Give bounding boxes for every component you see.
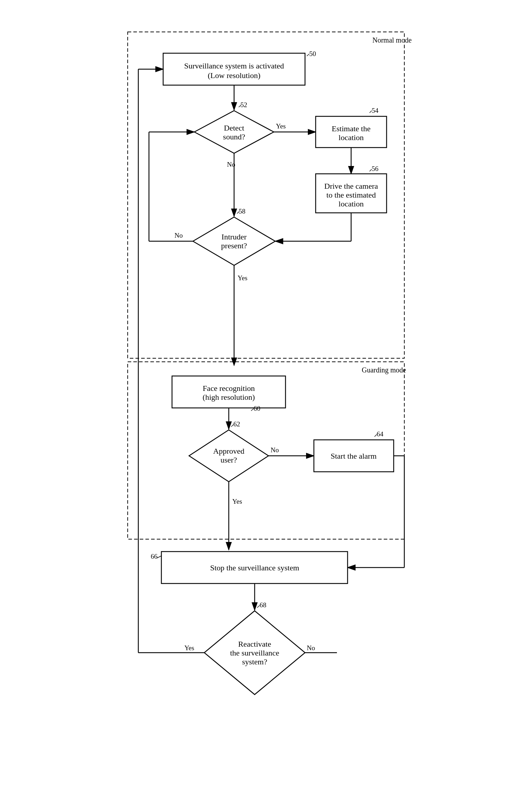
flowchart-container: Normal mode Guarding mode Surveillance s… — [106, 14, 426, 796]
ref-58: 58 — [239, 208, 245, 215]
ref-50: 50 — [309, 50, 316, 57]
yes-detect-label: Yes — [276, 122, 286, 130]
face-recognition-label1: Face recognition — [203, 384, 255, 393]
no-intruder-label: No — [174, 232, 183, 239]
yes-approved-label: Yes — [232, 498, 242, 505]
reactivate-label3: system? — [242, 657, 267, 666]
intruder-label1: Intruder — [222, 232, 247, 241]
svg-line-6 — [251, 409, 254, 411]
estimate-location-label2: location — [339, 133, 364, 142]
no-reactivate-label: No — [307, 644, 315, 652]
svg-line-1 — [307, 54, 309, 56]
drive-camera-label1: Drive the camera — [324, 182, 378, 190]
approved-label1: Approved — [213, 447, 244, 455]
detect-sound-label1: Detect — [224, 123, 244, 132]
approved-label2: user? — [221, 455, 237, 464]
start-alarm-label: Start the alarm — [331, 452, 377, 460]
ref-54: 54 — [372, 107, 379, 114]
no-approved-label: No — [271, 446, 279, 454]
ref-62: 62 — [233, 420, 240, 428]
yes-reactivate-label: Yes — [184, 644, 194, 652]
reactivate-label1: Reactivate — [238, 640, 271, 648]
no-detect-label: No — [227, 161, 235, 168]
ref-64: 64 — [377, 430, 384, 438]
ref-52: 52 — [240, 101, 247, 109]
svg-line-9 — [157, 556, 161, 558]
svg-line-10 — [257, 605, 260, 608]
estimate-location-label1: Estimate the — [332, 124, 370, 133]
ref-56: 56 — [372, 165, 378, 172]
reactivate-label2: the surveillance — [230, 648, 279, 657]
ref-66: 66 — [151, 553, 157, 560]
stop-surveillance-label: Stop the surveillance system — [210, 563, 299, 572]
start-label-line2: (Low resolution) — [208, 71, 260, 80]
normal-mode-label: Normal mode — [372, 36, 412, 44]
yes-intruder-label: Yes — [238, 274, 248, 282]
intruder-label2: present? — [221, 241, 247, 250]
ref-68: 68 — [260, 601, 266, 609]
drive-camera-label2: to the estimated — [326, 190, 376, 199]
detect-sound-label2: sound? — [223, 132, 245, 141]
ref-60: 60 — [254, 405, 260, 412]
guarding-mode-label: Guarding mode — [362, 366, 406, 374]
start-label-line1: Surveillance system is activated — [184, 61, 284, 70]
face-recognition-label2: (high resolution) — [203, 393, 255, 402]
drive-camera-label3: location — [339, 199, 364, 208]
